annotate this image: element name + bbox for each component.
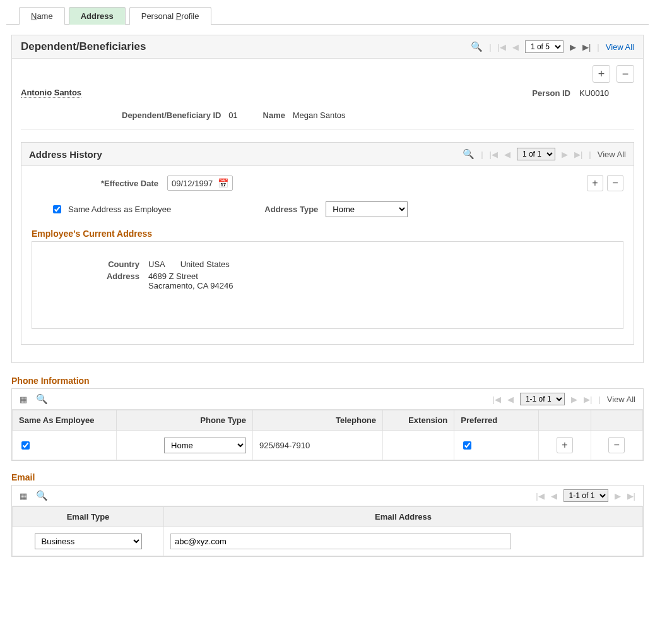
same-address-checkbox[interactable]: [53, 205, 61, 213]
main-panel-title: Dependent/Beneficiaries: [21, 40, 146, 53]
grid-settings-icon[interactable]: ▦: [20, 491, 27, 501]
delete-row-button[interactable]: −: [608, 437, 625, 453]
tab-address-label: Address: [81, 11, 114, 21]
address-type-select[interactable]: Home: [326, 201, 408, 217]
view-all-link[interactable]: View All: [607, 395, 635, 404]
phone-toolbar: ▦ 🔍 |◀ ◀ 1-1 of 1 ▶ ▶| | View All: [12, 389, 643, 410]
search-icon[interactable]: 🔍: [471, 41, 483, 52]
tab-address[interactable]: Address: [69, 7, 126, 25]
emp-address-title: Employee's Current Address: [32, 229, 623, 239]
person-id-label: Person ID: [532, 88, 570, 98]
address-history-panel: Address History 🔍 | |◀ ◀ 1 of 1 ▶ ▶| | V…: [21, 142, 634, 345]
address-line-1: 4689 Z Street: [148, 271, 611, 281]
person-row: Antonio Santos Person ID KU0010: [21, 88, 634, 98]
table-header-row: Same As Employee Phone Type Telephone Ex…: [13, 410, 643, 431]
table-header-row: Email Type Email Address: [13, 507, 643, 527]
col-add: [539, 410, 591, 431]
address-label: Address: [89, 271, 139, 281]
main-nav: 🔍 | |◀ ◀ 1 of 5 ▶ ▶| | View All: [471, 40, 634, 53]
search-icon[interactable]: 🔍: [463, 148, 475, 160]
prev-icon[interactable]: ◀: [504, 150, 510, 159]
dep-name-label: Name: [263, 110, 285, 120]
address-history-title: Address History: [29, 149, 102, 160]
add-row-button[interactable]: +: [557, 437, 573, 453]
main-panel-body: + − Antonio Santos Person ID KU0010 Depe…: [12, 59, 643, 362]
record-select[interactable]: 1-1 of 1: [564, 489, 608, 502]
email-grid: ▦ 🔍 |◀ ◀ 1-1 of 1 ▶ ▶| Email Type Email …: [11, 485, 644, 557]
email-toolbar: ▦ 🔍 |◀ ◀ 1-1 of 1 ▶ ▶|: [12, 486, 643, 506]
person-link[interactable]: Antonio Santos: [21, 88, 81, 98]
search-icon[interactable]: 🔍: [36, 393, 48, 405]
dep-id-value: 01: [228, 110, 237, 120]
calendar-icon[interactable]: 📅: [218, 178, 228, 188]
dep-id-label: Dependent/Beneficiary ID: [122, 110, 221, 120]
emp-address-box: Country USA United States Address 4689 Z…: [32, 241, 623, 329]
view-all-link[interactable]: View All: [598, 150, 626, 159]
email-address-input[interactable]: [170, 534, 511, 549]
prev-icon[interactable]: ◀: [551, 491, 557, 501]
tab-bar: Name Address Personal Profile: [6, 6, 649, 25]
address-type-label: Address Type: [264, 205, 318, 214]
country-code: USA: [148, 259, 165, 269]
country-label: Country: [89, 259, 139, 269]
email-section-title: Email: [11, 472, 644, 482]
same-as-employee-checkbox[interactable]: [21, 441, 30, 450]
phone-type-select[interactable]: Home: [164, 438, 246, 453]
phone-table: Same As Employee Phone Type Telephone Ex…: [12, 410, 643, 460]
col-type: Phone Type: [116, 410, 252, 431]
effective-date-label: *Effective Date: [101, 179, 158, 188]
phone-grid: ▦ 🔍 |◀ ◀ 1-1 of 1 ▶ ▶| | View All Same A…: [11, 388, 644, 461]
next-icon[interactable]: ▶: [570, 42, 576, 52]
prev-icon[interactable]: ◀: [512, 42, 519, 52]
first-icon[interactable]: |◀: [493, 395, 501, 404]
record-select[interactable]: 1 of 5: [525, 40, 564, 53]
last-icon[interactable]: ▶|: [582, 42, 591, 52]
dep-name-value: Megan Santos: [293, 110, 346, 120]
country-name: United States: [180, 259, 230, 269]
first-icon[interactable]: |◀: [498, 42, 506, 52]
col-ext: Extension: [383, 410, 454, 431]
next-icon[interactable]: ▶: [615, 491, 621, 501]
phone-section-title: Phone Information: [11, 376, 644, 386]
main-panel-header: Dependent/Beneficiaries 🔍 | |◀ ◀ 1 of 5 …: [12, 35, 643, 59]
separator-icon: |: [598, 395, 600, 404]
main-panel: Dependent/Beneficiaries 🔍 | |◀ ◀ 1 of 5 …: [11, 35, 644, 363]
first-icon[interactable]: |◀: [490, 150, 498, 159]
effective-date-field[interactable]: 09/12/1997 📅: [167, 176, 233, 191]
same-address-label: Same Address as Employee: [68, 205, 171, 214]
first-icon[interactable]: |◀: [536, 491, 544, 501]
view-all-link[interactable]: View All: [606, 42, 634, 52]
next-icon[interactable]: ▶: [562, 150, 568, 159]
col-pref: Preferred: [454, 410, 539, 431]
add-row-button[interactable]: +: [593, 65, 610, 83]
record-select[interactable]: 1 of 1: [517, 148, 555, 160]
prev-icon[interactable]: ◀: [507, 395, 514, 404]
email-type-select[interactable]: Business: [35, 534, 142, 549]
email-table: Email Type Email Address Business: [12, 506, 643, 556]
table-row: Business: [13, 527, 643, 556]
record-select[interactable]: 1-1 of 1: [520, 393, 565, 405]
add-row-button[interactable]: +: [587, 175, 603, 191]
grid-settings-icon[interactable]: ▦: [20, 395, 27, 404]
preferred-checkbox[interactable]: [463, 441, 471, 450]
col-del: [591, 410, 642, 431]
separator-icon: |: [589, 150, 591, 159]
delete-row-button[interactable]: −: [607, 175, 623, 191]
tab-profile[interactable]: Personal Profile: [129, 7, 211, 25]
telephone-value: 925/694-7910: [253, 431, 383, 460]
col-email-addr: Email Address: [164, 507, 643, 527]
address-history-body: *Effective Date 09/12/1997 📅 + − Same Ad…: [21, 166, 634, 344]
addr-hist-nav: 🔍 | |◀ ◀ 1 of 1 ▶ ▶| | View All: [463, 148, 626, 160]
tab-name[interactable]: Name: [19, 7, 65, 25]
separator-icon: |: [481, 150, 483, 159]
tab-profile-label: Personal Profile: [141, 11, 199, 21]
address-history-header: Address History 🔍 | |◀ ◀ 1 of 1 ▶ ▶| | V…: [21, 143, 634, 166]
search-icon[interactable]: 🔍: [36, 490, 48, 501]
last-icon[interactable]: ▶|: [584, 395, 592, 404]
col-email-type: Email Type: [13, 507, 164, 527]
col-tel: Telephone: [253, 410, 383, 431]
next-icon[interactable]: ▶: [571, 395, 577, 404]
last-icon[interactable]: ▶|: [574, 150, 582, 159]
delete-row-button[interactable]: −: [617, 65, 634, 83]
last-icon[interactable]: ▶|: [627, 491, 635, 501]
